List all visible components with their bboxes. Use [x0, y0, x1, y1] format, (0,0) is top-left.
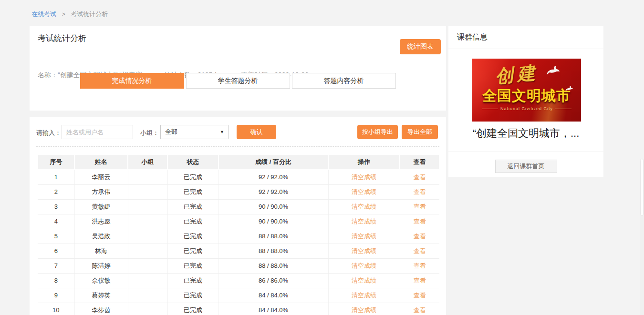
- divider: [36, 146, 439, 147]
- view-link[interactable]: 查看: [414, 173, 426, 181]
- breadcrumb-current: 考试统计分析: [71, 10, 108, 18]
- column-header: 小组: [128, 155, 167, 170]
- scrollbar-thumb[interactable]: [640, 159, 644, 216]
- view-link[interactable]: 查看: [414, 247, 426, 254]
- course-title: “创建全国文明城市，...: [448, 126, 603, 141]
- group-cell: [128, 303, 167, 315]
- confirm-button[interactable]: 确认: [237, 125, 276, 139]
- group-select[interactable]: 全部 ▼: [160, 125, 229, 139]
- score-cell: 88 / 88.0%: [218, 244, 328, 258]
- table-row: 7陈洁婷已完成88 / 88.0%清空成绩查看: [38, 258, 439, 273]
- status-cell: 已完成: [167, 199, 218, 214]
- student-name: 蔡婷英: [74, 288, 128, 303]
- export-all-button[interactable]: 导出全部: [402, 125, 438, 139]
- score-cell: 90 / 90.0%: [218, 214, 328, 229]
- chevron-down-icon: ▼: [220, 125, 224, 139]
- clear-score-link[interactable]: 清空成绩: [352, 218, 376, 225]
- course-group-info-title: 课群信息: [448, 26, 603, 49]
- action-cell: 清空成绩: [328, 214, 400, 229]
- clear-score-link[interactable]: 清空成绩: [352, 188, 376, 195]
- view-link[interactable]: 查看: [414, 233, 426, 240]
- view-cell: 查看: [400, 273, 439, 288]
- clear-score-link[interactable]: 清空成绩: [352, 306, 376, 314]
- status-cell: 已完成: [167, 303, 218, 315]
- row-number: 4: [38, 214, 74, 229]
- view-link[interactable]: 查看: [414, 277, 426, 284]
- row-number: 1: [38, 170, 74, 184]
- table-row: 1李丽云已完成92 / 92.0%清空成绩查看: [38, 170, 439, 184]
- banner-calligraphy-text: 创建: [494, 60, 540, 89]
- group-label: 小组：: [140, 129, 159, 137]
- student-name: 吴浩政: [74, 229, 128, 244]
- clear-score-link[interactable]: 清空成绩: [352, 277, 376, 284]
- back-to-course-home-button[interactable]: 返回课群首页: [495, 160, 557, 173]
- view-link[interactable]: 查看: [414, 218, 426, 225]
- filter-row: 请输入： 小组： 全部 ▼ 确认 按小组导出 导出全部: [30, 125, 446, 139]
- action-cell: 清空成绩: [328, 303, 400, 315]
- view-cell: 查看: [400, 258, 439, 273]
- table-row: 8佘仪敏已完成86 / 86.0%清空成绩查看: [38, 273, 439, 288]
- column-header: 操作: [328, 155, 400, 170]
- table-row: 9蔡婷英已完成84 / 84.0%清空成绩查看: [38, 288, 439, 303]
- status-cell: 已完成: [167, 184, 218, 199]
- view-link[interactable]: 查看: [414, 306, 426, 314]
- group-cell: [128, 214, 167, 229]
- column-header: 查看: [400, 155, 439, 170]
- view-cell: 查看: [400, 288, 439, 303]
- view-cell: 查看: [400, 170, 439, 184]
- table-row: 3黄敏婕已完成90 / 90.0%清空成绩查看: [38, 199, 439, 214]
- table-row: 4洪志愿已完成90 / 90.0%清空成绩查看: [38, 214, 439, 229]
- stats-chart-button[interactable]: 统计图表: [400, 39, 441, 54]
- clear-score-link[interactable]: 清空成绩: [352, 292, 376, 299]
- row-number: 10: [38, 303, 74, 315]
- score-cell: 88 / 88.0%: [218, 229, 328, 244]
- view-link[interactable]: 查看: [414, 262, 426, 269]
- action-cell: 清空成绩: [328, 258, 400, 273]
- status-cell: 已完成: [167, 170, 218, 184]
- view-cell: 查看: [400, 244, 439, 258]
- search-input[interactable]: [62, 125, 133, 139]
- action-cell: 清空成绩: [328, 170, 400, 184]
- clear-score-link[interactable]: 清空成绩: [352, 173, 376, 181]
- status-cell: 已完成: [167, 229, 218, 244]
- view-cell: 查看: [400, 184, 439, 199]
- course-banner-image[interactable]: 创建 全国文明城市 National Civilized City: [472, 59, 581, 122]
- group-cell: [128, 288, 167, 303]
- tab-completion[interactable]: 完成情况分析: [80, 73, 184, 89]
- view-cell: 查看: [400, 303, 439, 315]
- course-group-info-card: 课群信息 创建 全国文明城市 National Civilized City “…: [448, 26, 603, 177]
- student-name: 洪志愿: [74, 214, 128, 229]
- group-cell: [128, 199, 167, 214]
- results-table: 序号姓名小组状态成绩 / 百分比操作查看 1李丽云已完成92 / 92.0%清空…: [37, 155, 440, 315]
- status-cell: 已完成: [167, 288, 218, 303]
- tab-answer-content[interactable]: 答题内容分析: [292, 73, 396, 89]
- tab-student-answer[interactable]: 学生答题分析: [186, 73, 290, 89]
- row-number: 2: [38, 184, 74, 199]
- banner-main-text: 全国文明城市: [472, 86, 581, 106]
- clear-score-link[interactable]: 清空成绩: [352, 247, 376, 254]
- group-select-value: 全部: [165, 128, 177, 135]
- score-cell: 92 / 92.0%: [218, 170, 328, 184]
- view-link[interactable]: 查看: [414, 203, 426, 210]
- score-cell: 92 / 92.0%: [218, 184, 328, 199]
- clear-score-link[interactable]: 清空成绩: [352, 233, 376, 240]
- divider: [448, 152, 603, 152]
- clear-score-link[interactable]: 清空成绩: [352, 262, 376, 269]
- view-link[interactable]: 查看: [414, 188, 426, 195]
- score-cell: 84 / 84.0%: [218, 288, 328, 303]
- table-header-row: 序号姓名小组状态成绩 / 百分比操作查看: [38, 155, 439, 170]
- row-number: 8: [38, 273, 74, 288]
- student-name: 佘仪敏: [74, 273, 128, 288]
- student-name: 陈洁婷: [74, 258, 128, 273]
- export-by-group-button[interactable]: 按小组导出: [357, 125, 398, 139]
- breadcrumb: 在线考试 > 考试统计分析: [31, 10, 108, 19]
- search-label: 请输入：: [36, 129, 61, 137]
- tabs: 完成情况分析学生答题分析答题内容分析: [30, 73, 446, 89]
- clear-score-link[interactable]: 清空成绩: [352, 203, 376, 210]
- breadcrumb-online-exam-link[interactable]: 在线考试: [31, 10, 56, 18]
- scrollbar-track[interactable]: [640, 159, 644, 315]
- column-header: 序号: [38, 155, 74, 170]
- view-link[interactable]: 查看: [414, 292, 426, 299]
- action-cell: 清空成绩: [328, 273, 400, 288]
- student-name: 黄敏婕: [74, 199, 128, 214]
